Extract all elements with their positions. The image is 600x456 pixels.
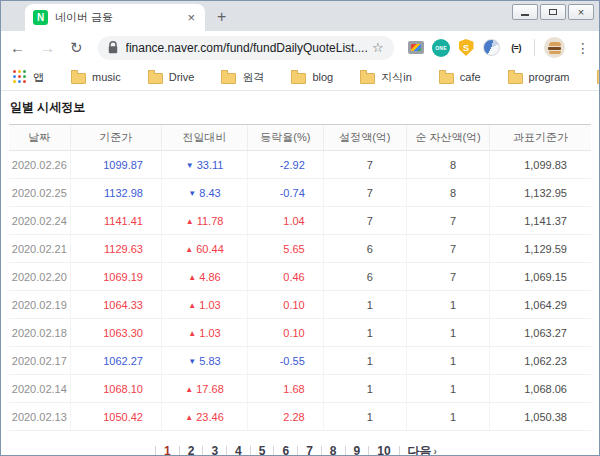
shield-extension-icon[interactable]: S — [457, 39, 475, 57]
bookmark-item-8[interactable]: program — [508, 70, 570, 84]
cell-rate: -0.74 — [248, 179, 324, 207]
table-row: 2020.02.131050.42▲ 23.462.28111,050.38 — [9, 403, 591, 431]
cell-setup-amount: 7 — [323, 179, 406, 207]
cell-net-asset: 1 — [406, 375, 489, 403]
apps-grid-icon — [13, 70, 27, 84]
cell-net-asset: 1 — [406, 347, 489, 375]
cell-setup-amount: 1 — [323, 375, 406, 403]
table-row: 2020.02.181063.30▲ 1.030.10111,063.27 — [9, 319, 591, 347]
profile-avatar[interactable] — [544, 37, 565, 58]
cell-rate: 0.10 — [248, 291, 324, 319]
cell-net-asset: 1 — [406, 403, 489, 431]
folder-icon — [508, 73, 523, 84]
screenshot-extension-icon[interactable] — [407, 39, 425, 57]
swirl-extension-icon[interactable] — [482, 39, 500, 57]
folder-icon — [291, 73, 306, 84]
cell-tax-base: 1,062.23 — [490, 347, 591, 375]
cell-tax-base: 1,129.59 — [490, 235, 591, 263]
brackets-icon: (=) — [511, 43, 521, 53]
up-arrow-icon: ▲ — [185, 245, 193, 254]
next-page-link[interactable]: 다음› — [399, 446, 445, 456]
folder-icon — [597, 73, 600, 84]
cell-change: ▼ 8.43 — [161, 179, 247, 207]
bookmark-item-6[interactable]: 지식in — [360, 70, 412, 85]
bookmark-item-9[interactable]: 유용한 자료 — [597, 70, 600, 85]
table-row: 2020.02.201069.19▲ 4.860.46671,069.15 — [9, 263, 591, 291]
lock-icon — [108, 41, 118, 54]
page-link-3[interactable]: 3 — [202, 446, 226, 456]
table-row: 2020.02.261099.87▼ 33.11-2.92781,099.83 — [9, 151, 591, 179]
bookmark-item-4[interactable]: 원격 — [221, 70, 264, 85]
next-arrow-icon: › — [434, 446, 437, 456]
cell-price: 1064.33 — [70, 291, 161, 319]
page-link-5[interactable]: 5 — [250, 446, 274, 456]
forward-button: → — [40, 40, 55, 55]
page-link-10[interactable]: 10 — [368, 446, 398, 456]
section-title: 일별 시세정보 — [10, 99, 591, 116]
page-link-7[interactable]: 7 — [297, 446, 321, 456]
cell-setup-amount: 6 — [323, 263, 406, 291]
column-header: 설정액(억) — [323, 125, 406, 151]
reload-button[interactable]: ↻ — [70, 40, 83, 55]
address-bar[interactable]: finance.naver.com/fund/fundDailyQuoteLis… — [98, 36, 394, 60]
page-link-4[interactable]: 4 — [226, 446, 250, 456]
table-row: 2020.02.211129.63▲ 60.445.65671,129.59 — [9, 235, 591, 263]
close-window-button[interactable]: × — [568, 4, 594, 20]
page-link-1[interactable]: 1 — [155, 446, 179, 456]
cell-price: 1141.41 — [70, 207, 161, 235]
cell-setup-amount: 1 — [323, 319, 406, 347]
cell-change: ▲ 23.46 — [161, 403, 247, 431]
column-header: 기준가 — [70, 125, 161, 151]
browser-tab[interactable]: N 네이버 금융 × — [25, 4, 205, 31]
bookmark-label: program — [529, 71, 570, 83]
cell-rate: -0.55 — [248, 347, 324, 375]
table-row: 2020.02.171062.27▼ 5.83-0.55111,062.23 — [9, 347, 591, 375]
cell-price: 1099.87 — [70, 151, 161, 179]
cell-date: 2020.02.13 — [9, 403, 70, 431]
cell-date: 2020.02.21 — [9, 235, 70, 263]
maximize-button[interactable] — [540, 4, 566, 20]
cell-net-asset: 1 — [406, 291, 489, 319]
cell-date: 2020.02.20 — [9, 263, 70, 291]
cell-price: 1132.98 — [70, 179, 161, 207]
page-link-8[interactable]: 8 — [321, 446, 345, 456]
cell-change: ▲ 1.03 — [161, 291, 247, 319]
one-extension-icon[interactable]: ONE — [432, 39, 450, 57]
bookmark-item-1[interactable]: 앱 — [13, 70, 44, 85]
bookmark-item-7[interactable]: cafe — [439, 70, 481, 84]
cell-change: ▲ 60.44 — [161, 235, 247, 263]
url-text[interactable]: finance.naver.com/fund/fundDailyQuoteLis… — [126, 41, 372, 55]
up-arrow-icon: ▲ — [188, 301, 196, 310]
page-link-2[interactable]: 2 — [179, 446, 203, 456]
down-arrow-icon: ▼ — [186, 161, 194, 170]
new-tab-button[interactable]: + — [217, 8, 226, 26]
page-content: 일별 시세정보 날짜기준가전일대비등락율(%)설정액(억)순 자산액(억)과표기… — [1, 91, 599, 456]
cell-date: 2020.02.18 — [9, 319, 70, 347]
column-header: 과표기준가 — [490, 125, 591, 151]
up-arrow-icon: ▲ — [185, 385, 193, 394]
tab-close-icon[interactable]: × — [185, 10, 197, 25]
bookmark-item-3[interactable]: Drive — [148, 70, 195, 84]
brackets-extension-icon[interactable]: (=) — [507, 39, 525, 57]
column-header: 날짜 — [9, 125, 70, 151]
bookmark-star-icon[interactable]: ☆ — [372, 40, 384, 55]
cell-rate: 2.28 — [248, 403, 324, 431]
browser-menu-icon[interactable]: ⋮ — [576, 40, 590, 56]
down-arrow-icon: ▼ — [188, 189, 196, 198]
page-link-6[interactable]: 6 — [273, 446, 297, 456]
bookmark-label: music — [92, 71, 121, 83]
bookmark-item-2[interactable]: music — [71, 70, 121, 84]
cell-price: 1129.63 — [70, 235, 161, 263]
down-arrow-icon: ▼ — [188, 357, 196, 366]
cell-setup-amount: 7 — [323, 151, 406, 179]
cell-tax-base: 1,063.27 — [490, 319, 591, 347]
bookmark-item-5[interactable]: blog — [291, 70, 333, 84]
cell-rate: 1.68 — [248, 375, 324, 403]
back-button[interactable]: ← — [10, 40, 25, 55]
cell-tax-base: 1,141.37 — [490, 207, 591, 235]
folder-icon — [148, 73, 163, 84]
page-link-9[interactable]: 9 — [345, 446, 369, 456]
cell-setup-amount: 6 — [323, 235, 406, 263]
minimize-button[interactable] — [512, 4, 538, 20]
naver-favicon-icon: N — [33, 10, 48, 25]
